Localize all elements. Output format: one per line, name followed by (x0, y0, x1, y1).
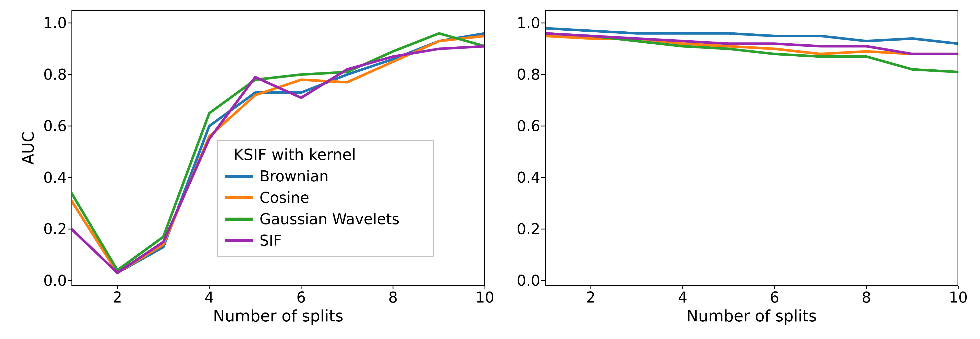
y-tick-label: 0.4 (43, 169, 67, 186)
y-tick-mark (541, 228, 545, 229)
y-tick-label: 0.0 (517, 272, 540, 289)
y-tick-mark (68, 280, 72, 281)
y-tick-label: 1.0 (43, 14, 67, 32)
x-tick-label: 4 (205, 289, 214, 306)
y-tick-mark (541, 280, 545, 281)
y-tick-label: 0.2 (517, 220, 540, 238)
x-tick-label: 10 (949, 289, 968, 306)
legend-item: Gaussian Wavelets (225, 211, 426, 228)
legend-label: Brownian (259, 168, 328, 185)
y-tick-label: 0.6 (43, 117, 67, 135)
legend-label: SIF (259, 232, 282, 249)
y-tick-label: 0.6 (517, 117, 540, 135)
legend-item: SIF (225, 232, 426, 249)
legend-item: Cosine (225, 189, 426, 206)
y-tick-mark (68, 74, 72, 75)
y-tick-mark (541, 23, 545, 24)
x-axis-label: Number of splits (213, 307, 344, 325)
x-axis-label: Number of splits (687, 307, 817, 325)
y-tick-mark (68, 23, 72, 24)
x-tick-label: 6 (297, 289, 306, 306)
legend-label: Cosine (259, 189, 309, 206)
y-tick-mark (541, 74, 545, 75)
legend-swatch (225, 239, 253, 242)
y-axis-label: AUC (19, 131, 38, 165)
y-tick-label: 0.0 (43, 272, 67, 289)
y-tick-mark (68, 177, 72, 178)
right-plot-svg (545, 10, 958, 286)
x-tick-label: 2 (113, 289, 122, 306)
right-chart-panel: 246810 0.00.20.40.60.81.0 Number of spli… (545, 10, 958, 286)
left-chart-panel: 246810 0.00.20.40.60.81.0 Number of spli… (72, 10, 485, 286)
y-tick-mark (541, 177, 545, 178)
y-tick-mark (68, 228, 72, 229)
x-tick-label: 10 (476, 289, 494, 306)
y-tick-mark (68, 126, 72, 127)
x-tick-label: 4 (678, 289, 687, 306)
x-tick-label: 8 (388, 289, 398, 306)
legend-label: Gaussian Wavelets (259, 211, 399, 228)
y-tick-label: 0.2 (43, 220, 67, 238)
legend-swatch (225, 218, 253, 221)
x-tick-label: 8 (862, 289, 871, 306)
legend-item: Brownian (225, 168, 426, 185)
figure: 246810 0.00.20.40.60.81.0 Number of spli… (0, 0, 980, 339)
y-tick-mark (541, 126, 545, 127)
y-tick-label: 0.4 (517, 169, 540, 186)
legend-swatch (225, 175, 253, 178)
y-tick-label: 0.8 (43, 66, 67, 83)
legend: KSIF with kernel BrownianCosineGaussian … (217, 140, 434, 257)
x-tick-label: 6 (770, 289, 780, 306)
legend-title: KSIF with kernel (234, 146, 426, 163)
y-tick-label: 0.8 (517, 66, 540, 83)
y-tick-label: 1.0 (517, 14, 540, 32)
legend-swatch (225, 196, 253, 199)
x-tick-label: 2 (586, 289, 596, 306)
